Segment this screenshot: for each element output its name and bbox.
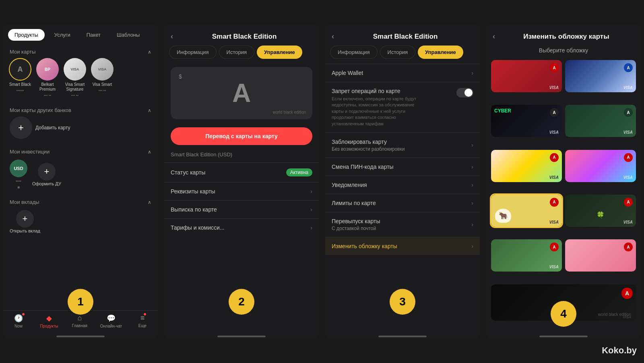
sub-tab-info-2[interactable]: Информация <box>169 46 217 59</box>
sub-tab-info-3[interactable]: Информация <box>330 46 378 59</box>
step-badge-2: 2 <box>229 289 254 315</box>
mgmt-row-wallet[interactable]: Apple Wallet › <box>325 64 480 82</box>
back-button-2[interactable]: ‹ <box>171 31 176 42</box>
back-button-4[interactable]: ‹ <box>493 31 498 42</box>
cover-card-cyber[interactable]: CYBER A VISA <box>491 105 562 137</box>
cover-card-dark-luck[interactable]: A 🍀 VISA <box>565 195 636 227</box>
mgmt-row-limits[interactable]: Лимиты по карте › <box>325 194 480 212</box>
limits-chevron: › <box>471 200 473 206</box>
nav-item-chat[interactable]: 💬 Онлайн-чат <box>100 314 122 328</box>
back-button-3[interactable]: ‹ <box>332 31 337 42</box>
home-bar-2 <box>217 336 266 337</box>
nav-label-more: Еще <box>138 324 147 328</box>
usd-invest-item[interactable]: USD •••• ■ <box>10 160 27 189</box>
investments-chevron[interactable]: ∧ <box>148 149 151 155</box>
card-item-smart-black[interactable]: A Smart Black •••••• <box>8 58 32 97</box>
invest-amount: •••• <box>16 179 21 183</box>
screen-products: Продукты Услуги Пакет Шаблоны Мои карты … <box>3 24 158 339</box>
wallet-chevron: › <box>471 70 473 76</box>
open-vklad-item[interactable]: + Открыть вклад <box>10 210 40 233</box>
block-ops-info: Запрет операций по карте Если включено, … <box>332 88 456 127</box>
step-badge-1: 1 <box>68 289 93 315</box>
usd-label: USD <box>14 166 23 171</box>
nav-item-more[interactable]: ≡ Еще <box>132 314 153 328</box>
card-number-1: ••• •• <box>44 93 51 97</box>
tab-products[interactable]: Продукты <box>8 29 45 41</box>
cover-card-green[interactable]: A VISA <box>565 105 636 137</box>
sub-tab-history-2[interactable]: История <box>219 46 254 59</box>
visa-label-red: VISA <box>549 85 559 90</box>
card-number-0: •••••• <box>17 89 24 93</box>
toggle-knob <box>464 89 473 97</box>
card-item-visa-sig[interactable]: VISA Visa SmartSignature ••• •• <box>63 58 87 97</box>
cover-card-yellow[interactable]: A 🐂 VISA <box>491 195 562 227</box>
reissue-label: Перевыпуск карты <box>332 218 380 224</box>
mgmt-row-block-ops[interactable]: Запрет операций по карте Если включено, … <box>325 82 480 133</box>
block-ops-sub: Если включено, операции по карте будутне… <box>332 96 452 127</box>
deposits-chevron[interactable]: ∧ <box>148 199 151 205</box>
open-du-item[interactable]: + Оформить ДУ <box>32 163 61 186</box>
cover-card-pink[interactable]: A <box>565 239 636 272</box>
watermark: Koko.by <box>602 345 637 356</box>
wallet-label: Apple Wallet <box>332 70 363 76</box>
info-row-tariffs[interactable]: Тарифы и комисси... › <box>164 218 319 236</box>
add-invest-button[interactable]: + <box>38 163 56 180</box>
other-banks-chevron[interactable]: ∧ <box>148 108 151 113</box>
nav-item-products[interactable]: ◆ Продукты <box>39 314 59 328</box>
card-number-2: ••• •• <box>71 93 78 97</box>
block-ops-toggle[interactable] <box>456 88 473 97</box>
card-big-logo: A <box>232 80 251 106</box>
tariffs-label: Тарифы и комисси... <box>171 224 225 231</box>
notifications-label: Уведомления <box>332 182 367 188</box>
sub-tab-history-3[interactable]: История <box>380 46 415 59</box>
limits-label: Лимиты по карте <box>332 200 376 206</box>
other-banks-section: Мои карты других банков ∧ <box>3 102 158 116</box>
sub-tab-manage-3[interactable]: Управление <box>418 46 463 59</box>
screen3-title: Smart Black Edition <box>337 33 473 41</box>
sub-tab-manage-2[interactable]: Управление <box>257 46 302 59</box>
screen-card-info: ‹ Smart Black Edition Информация История… <box>164 24 319 339</box>
card-label-3: Visa Smart <box>93 82 112 87</box>
card-visual: $ A world black edition <box>171 67 312 119</box>
now-dot <box>22 313 25 315</box>
nav-item-now[interactable]: 🕐 Now <box>8 314 29 328</box>
mgmt-row-block-card[interactable]: Заблокировать карту Без возможности разб… <box>325 133 480 158</box>
a-logo-pink: A <box>624 243 633 251</box>
nav-item-home[interactable]: ⌂ Главная <box>70 314 90 328</box>
mgmt-row-notifications[interactable]: Уведомления › <box>325 176 480 194</box>
info-row-statement[interactable]: Выписка по карте › <box>164 200 319 218</box>
visa-label-yellow: VISA <box>549 220 559 224</box>
cover-card-colorful[interactable]: A VISA <box>491 150 562 182</box>
block-card-sub: Без возможности разблокировки <box>332 146 405 152</box>
nav-label-products: Продукты <box>40 324 58 328</box>
add-card-button[interactable]: + <box>10 116 32 139</box>
tab-services[interactable]: Услуги <box>48 29 77 41</box>
reissue-sub: С доставкой почтой <box>332 226 380 231</box>
cards-list: A Smart Black •••••• BP BelkartPremium •… <box>3 58 158 102</box>
transfer-button[interactable]: Перевод с карты на карту <box>171 127 312 145</box>
cover-card-green2[interactable]: A VISA <box>491 239 562 272</box>
tab-templates[interactable]: Шаблоны <box>110 29 147 41</box>
invest-sub: ■ <box>17 185 20 189</box>
card-name-text: Smart Black Edition (USD) <box>171 151 232 158</box>
card-item-belkart[interactable]: BP BelkartPremium ••• •• <box>35 58 60 97</box>
mgmt-row-reissue[interactable]: Перевыпуск карты С доставкой почтой › <box>325 212 480 237</box>
nav-label-home: Главная <box>72 324 87 328</box>
my-cards-chevron[interactable]: ∧ <box>148 49 151 55</box>
change-cover-info: Изменить обложку карты <box>332 243 397 249</box>
cover-card-blue[interactable]: A VISA <box>565 60 636 92</box>
add-card-row[interactable]: + Добавить карту <box>10 116 151 139</box>
info-row-status[interactable]: Статус карты Активна <box>164 162 319 182</box>
cover-card-red[interactable]: A VISA <box>491 60 562 92</box>
open-vklad-button[interactable]: + <box>16 210 34 228</box>
mgmt-row-pin[interactable]: Смена ПИН-кода карты › <box>325 158 480 176</box>
a-logo-colorful: A <box>550 153 559 162</box>
tab-package[interactable]: Пакет <box>80 29 107 41</box>
info-row-requisites[interactable]: Реквизиты карты › <box>164 182 319 200</box>
mgmt-row-change-cover[interactable]: Изменить обложку карты › <box>325 237 480 255</box>
visa-label-dark-luck: VISA <box>623 220 633 224</box>
cover-card-cat-multi[interactable]: A VISA <box>565 150 636 182</box>
card-item-visa-smart[interactable]: VISA Visa Smart ••• •• <box>90 58 114 97</box>
my-cards-label: Мои карты <box>10 49 36 55</box>
visa-label-colorful: VISA <box>549 175 559 180</box>
